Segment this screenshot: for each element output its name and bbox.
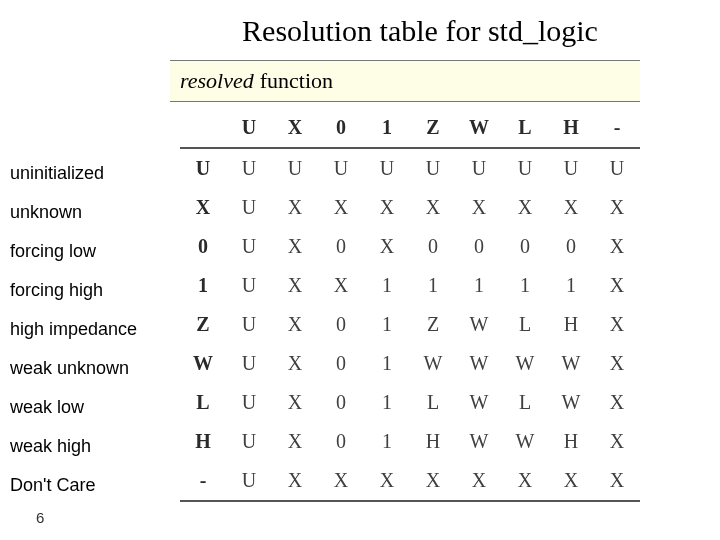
cell: X — [410, 188, 456, 227]
cell: U — [226, 383, 272, 422]
cell: X — [272, 422, 318, 461]
cell: U — [226, 344, 272, 383]
cell: X — [318, 266, 364, 305]
cell: X — [410, 461, 456, 501]
cell: W — [548, 383, 594, 422]
cell: H — [548, 422, 594, 461]
row-desc: high impedance — [10, 310, 175, 349]
table-row: 0UX0X0000X — [180, 227, 640, 266]
cell: W — [456, 422, 502, 461]
cell: L — [502, 383, 548, 422]
cell: W — [502, 422, 548, 461]
cell: 0 — [318, 227, 364, 266]
row-desc: weak low — [10, 388, 175, 427]
col-header: 0 — [318, 108, 364, 148]
cell: 0 — [502, 227, 548, 266]
row-header: Z — [180, 305, 226, 344]
cell: X — [594, 383, 640, 422]
cell: 1 — [456, 266, 502, 305]
cell: X — [548, 461, 594, 501]
cell: X — [594, 461, 640, 501]
row-header: 0 — [180, 227, 226, 266]
cell: W — [456, 344, 502, 383]
cell: U — [318, 148, 364, 188]
cell: W — [456, 305, 502, 344]
cell: U — [364, 148, 410, 188]
cell: 0 — [318, 305, 364, 344]
page-number: 6 — [36, 509, 44, 526]
row-header: U — [180, 148, 226, 188]
resolution-table: U X 0 1 Z W L H - UUUUUUUUUUXUXXXXXXXX0U… — [180, 108, 640, 502]
cell: U — [226, 148, 272, 188]
table-body: UUUUUUUUUUXUXXXXXXXX0UX0X0000X1UXX11111X… — [180, 148, 640, 501]
cell: 0 — [318, 344, 364, 383]
cell: U — [226, 188, 272, 227]
cell: X — [594, 266, 640, 305]
cell: X — [272, 383, 318, 422]
cell: W — [502, 344, 548, 383]
cell: 1 — [364, 344, 410, 383]
row-desc: weak unknown — [10, 349, 175, 388]
col-header: W — [456, 108, 502, 148]
cell: X — [456, 461, 502, 501]
cell: X — [594, 188, 640, 227]
col-header: U — [226, 108, 272, 148]
table-row: -UXXXXXXXX — [180, 461, 640, 501]
cell: U — [226, 422, 272, 461]
row-header: 1 — [180, 266, 226, 305]
cell: Z — [410, 305, 456, 344]
table-row: LUX01LWLWX — [180, 383, 640, 422]
subtitle-emphasis: resolved — [180, 68, 254, 94]
col-header: 1 — [364, 108, 410, 148]
cell: X — [364, 227, 410, 266]
cell: U — [548, 148, 594, 188]
cell: 1 — [548, 266, 594, 305]
col-header: H — [548, 108, 594, 148]
row-descriptions: uninitialized unknown forcing low forcin… — [10, 154, 175, 505]
cell: X — [318, 188, 364, 227]
cell: 0 — [548, 227, 594, 266]
row-header: H — [180, 422, 226, 461]
row-header: L — [180, 383, 226, 422]
table-row: WUX01WWWWX — [180, 344, 640, 383]
row-header: W — [180, 344, 226, 383]
table: U X 0 1 Z W L H - UUUUUUUUUUXUXXXXXXXX0U… — [180, 108, 640, 502]
cell: 0 — [410, 227, 456, 266]
cell: U — [594, 148, 640, 188]
cell: 1 — [364, 383, 410, 422]
cell: X — [456, 188, 502, 227]
cell: 1 — [364, 266, 410, 305]
corner-cell — [180, 108, 226, 148]
cell: X — [548, 188, 594, 227]
table-row: 1UXX11111X — [180, 266, 640, 305]
col-header: X — [272, 108, 318, 148]
cell: X — [594, 305, 640, 344]
cell: U — [226, 305, 272, 344]
table-row: ZUX01ZWLHX — [180, 305, 640, 344]
cell: X — [594, 422, 640, 461]
cell: X — [502, 461, 548, 501]
cell: U — [226, 227, 272, 266]
cell: 0 — [456, 227, 502, 266]
cell: X — [364, 461, 410, 501]
cell: U — [502, 148, 548, 188]
cell: X — [272, 227, 318, 266]
cell: U — [226, 266, 272, 305]
cell: U — [272, 148, 318, 188]
cell: L — [502, 305, 548, 344]
cell: X — [272, 266, 318, 305]
row-desc: Don't Care — [10, 466, 175, 505]
cell: X — [502, 188, 548, 227]
cell: X — [272, 461, 318, 501]
cell: W — [548, 344, 594, 383]
cell: 1 — [410, 266, 456, 305]
col-header: - — [594, 108, 640, 148]
col-header: Z — [410, 108, 456, 148]
table-row: HUX01HWWHX — [180, 422, 640, 461]
cell: U — [226, 461, 272, 501]
subtitle-box: resolved function — [170, 60, 640, 102]
cell: X — [272, 188, 318, 227]
cell: 1 — [364, 422, 410, 461]
cell: U — [456, 148, 502, 188]
row-desc: weak high — [10, 427, 175, 466]
